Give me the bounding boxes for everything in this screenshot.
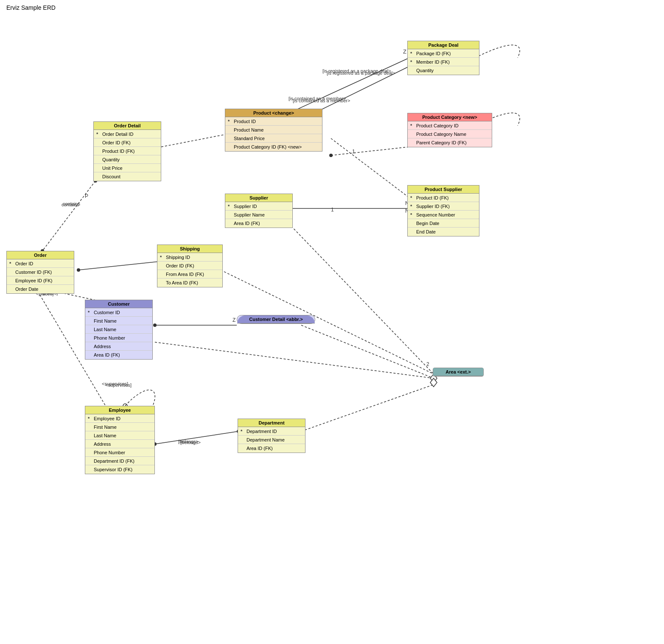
entity-customer-row-2: First Name — [85, 317, 152, 325]
svg-line-11 — [301, 325, 434, 378]
svg-point-24 — [77, 268, 80, 272]
entity-department-row-1: *Department ID — [238, 427, 305, 436]
svg-line-6 — [331, 138, 409, 198]
entity-department-row-3: Area ID (FK) — [238, 444, 305, 453]
svg-line-0 — [280, 58, 409, 117]
svg-text:1: 1 — [352, 149, 355, 155]
entity-shipping-row-2: Order ID (FK) — [157, 262, 222, 270]
entity-employee-header: Employee — [85, 406, 154, 414]
label-contained: [is contained as a member> — [289, 96, 346, 101]
entity-employee-row-5: Phone Number — [85, 448, 154, 457]
label-contains-text: contains — [63, 201, 80, 206]
svg-point-21 — [329, 154, 333, 157]
entity-order-row-4: Order Date — [7, 285, 74, 293]
label-supervises-text: <supervises] — [102, 381, 128, 386]
entity-order-row-1: *Order ID — [7, 259, 74, 268]
entity-department-header: Department — [238, 419, 305, 427]
entity-shipping-header: Shipping — [157, 245, 222, 253]
entity-supplier-row-1: *Supplier ID — [225, 202, 292, 211]
entity-supplier-row-3: Area ID (FK) — [225, 219, 292, 228]
entity-product-supplier: Product Supplier *Product ID (FK) *Suppl… — [407, 185, 479, 236]
entity-product-category-header: Product Category <new> — [408, 113, 492, 121]
entity-customer-row-5: Address — [85, 342, 152, 351]
entity-order-detail-row-4: Quantity — [94, 155, 161, 164]
entity-employee: Employee *Employee ID First Name Last Na… — [85, 406, 155, 474]
entity-employee-row-6: Department ID (FK) — [85, 457, 154, 465]
entity-product-category-row-1: *Product Category ID — [408, 121, 492, 130]
label-belongs-text: [belongs> — [178, 439, 199, 444]
entity-area: Area <ext.> — [433, 368, 484, 377]
svg-marker-33 — [430, 378, 437, 387]
entity-customer-header: Customer — [85, 300, 152, 308]
entity-product-category-row-3: Parent Category ID (FK) — [408, 138, 492, 147]
svg-line-4 — [42, 181, 95, 251]
diagram-container: Z 1 N N 1 P Z 2 [is registered as a pack… — [0, 15, 664, 644]
entity-supplier: Supplier *Supplier ID Supplier Name Area… — [225, 194, 293, 228]
entity-product-supplier-row-1: *Product ID (FK) — [408, 194, 479, 202]
entity-product-header: Product <change> — [225, 109, 322, 117]
svg-text:Z: Z — [233, 317, 235, 323]
entity-product-row-4: Product Category ID (FK) <new> — [225, 143, 322, 151]
svg-line-3 — [161, 134, 227, 147]
entity-area-header: Area <ext.> — [433, 368, 483, 376]
label-registered: [is registered as a package deal> — [322, 68, 391, 73]
entity-employee-row-1: *Employee ID — [85, 414, 154, 423]
entity-shipping-row-3: From Area ID (FK) — [157, 270, 222, 278]
entity-product-row-3: Standard Price — [225, 134, 322, 143]
entity-order-detail-header: Order Detail — [94, 122, 161, 130]
entity-order-detail-row-2: Order ID (FK) — [94, 138, 161, 147]
svg-line-16 — [301, 385, 434, 431]
entity-order-detail: Order Detail *Order Detail ID Order ID (… — [93, 121, 161, 181]
entity-order-detail-row-3: Product ID (FK) — [94, 147, 161, 155]
diagram-title: Erviz Sample ERD — [0, 0, 664, 15]
entity-order: Order *Order ID Customer ID (FK) Employe… — [6, 251, 74, 294]
entity-customer-row-4: Phone Number — [85, 334, 152, 342]
svg-point-26 — [153, 323, 157, 327]
entity-order-detail-row-6: Discount — [94, 172, 161, 181]
entity-product-category-row-2: Product Category Name — [408, 130, 492, 138]
entity-order-header: Order — [7, 251, 74, 259]
entity-product-row-1: *Product ID — [225, 117, 322, 126]
entity-product: Product <change> *Product ID Product Nam… — [225, 109, 322, 152]
svg-text:P: P — [85, 193, 88, 199]
entity-department: Department *Department ID Department Nam… — [238, 419, 305, 453]
entity-customer-row-3: Last Name — [85, 325, 152, 334]
entity-package-deal-header: Package Deal — [408, 41, 479, 49]
entity-product-supplier-row-2: *Supplier ID (FK) — [408, 202, 479, 211]
entity-package-deal-row-1: *Package ID (FK) — [408, 49, 479, 58]
entity-product-supplier-row-4: Begin Date — [408, 219, 479, 228]
entity-supplier-header: Supplier — [225, 194, 292, 202]
entity-product-supplier-header: Product Supplier — [408, 186, 479, 194]
entity-employee-row-4: Address — [85, 440, 154, 448]
entity-order-row-3: Employee ID (FK) — [7, 276, 74, 285]
entity-order-row-2: Customer ID (FK) — [7, 268, 74, 276]
entity-product-supplier-row-5: End Date — [408, 228, 479, 236]
svg-line-2 — [331, 147, 409, 155]
entity-product-row-2: Product Name — [225, 126, 322, 134]
entity-order-detail-row-5: Unit Price — [94, 164, 161, 172]
entity-employee-row-7: Supervisor ID (FK) — [85, 465, 154, 474]
entity-customer-row-6: Area ID (FK) — [85, 351, 152, 359]
entity-department-row-2: Department Name — [238, 436, 305, 444]
entity-customer-detail-header: Customer Detail <abbr.> — [237, 315, 315, 323]
entity-product-category: Product Category <new> *Product Category… — [407, 113, 492, 147]
entity-shipping-row-1: *Shipping ID — [157, 253, 222, 262]
entity-customer: Customer *Customer ID First Name Last Na… — [85, 300, 153, 360]
entity-order-detail-row-1: *Order Detail ID — [94, 130, 161, 138]
entity-supplier-row-2: Supplier Name — [225, 211, 292, 219]
entity-package-deal: Package Deal *Package ID (FK) *Member ID… — [407, 41, 479, 75]
entity-product-supplier-row-3: *Sequence Number — [408, 211, 479, 219]
entity-customer-row-1: *Customer ID — [85, 308, 152, 317]
svg-line-12 — [155, 342, 434, 378]
entity-customer-detail: Customer Detail <abbr.> — [237, 315, 315, 324]
svg-text:Z: Z — [403, 48, 406, 55]
entity-employee-row-2: First Name — [85, 423, 154, 431]
svg-text:2: 2 — [426, 361, 429, 367]
entity-package-deal-row-3: Quantity — [408, 66, 479, 75]
entity-shipping-row-4: To Area ID (FK) — [157, 278, 222, 287]
svg-line-7 — [78, 262, 159, 270]
svg-text:1: 1 — [331, 207, 334, 213]
entity-package-deal-row-2: *Member ID (FK) — [408, 58, 479, 66]
entity-employee-row-3: Last Name — [85, 431, 154, 440]
svg-line-14 — [289, 223, 434, 374]
